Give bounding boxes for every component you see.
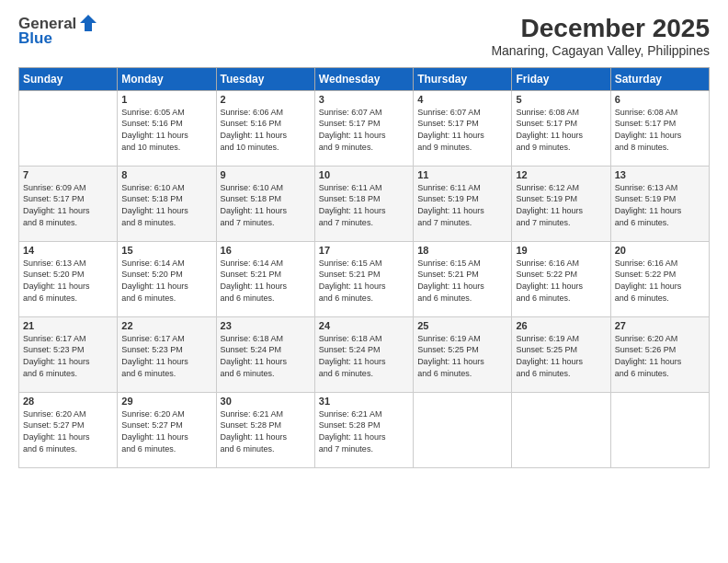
day-number: 10 <box>319 169 409 180</box>
header: General Blue December 2025 Manaring, Cag… <box>18 15 710 58</box>
calendar-cell: 13Sunrise: 6:13 AM Sunset: 5:19 PM Dayli… <box>610 166 709 241</box>
calendar-week-2: 14Sunrise: 6:13 AM Sunset: 5:20 PM Dayli… <box>19 241 710 316</box>
day-info: Sunrise: 6:08 AM Sunset: 5:17 PM Dayligh… <box>516 107 606 153</box>
logo-blue: Blue <box>18 29 52 48</box>
day-number: 11 <box>417 169 507 180</box>
calendar-cell: 7Sunrise: 6:09 AM Sunset: 5:17 PM Daylig… <box>19 166 118 241</box>
day-info: Sunrise: 6:16 AM Sunset: 5:22 PM Dayligh… <box>516 258 606 304</box>
day-info: Sunrise: 6:07 AM Sunset: 5:17 PM Dayligh… <box>417 107 507 153</box>
calendar-cell: 15Sunrise: 6:14 AM Sunset: 5:20 PM Dayli… <box>118 241 216 316</box>
day-number: 29 <box>121 396 211 407</box>
day-info: Sunrise: 6:12 AM Sunset: 5:19 PM Dayligh… <box>516 182 606 228</box>
calendar-cell: 14Sunrise: 6:13 AM Sunset: 5:20 PM Dayli… <box>19 241 118 316</box>
day-info: Sunrise: 6:15 AM Sunset: 5:21 PM Dayligh… <box>319 258 409 304</box>
day-number: 14 <box>23 245 113 256</box>
day-number: 27 <box>615 320 705 331</box>
day-info: Sunrise: 6:21 AM Sunset: 5:28 PM Dayligh… <box>319 408 409 454</box>
calendar-cell: 29Sunrise: 6:20 AM Sunset: 5:27 PM Dayli… <box>118 392 216 467</box>
day-number: 22 <box>121 320 211 331</box>
calendar-cell: 22Sunrise: 6:17 AM Sunset: 5:23 PM Dayli… <box>118 316 216 392</box>
th-sunday: Sunday <box>19 67 118 90</box>
calendar-cell: 16Sunrise: 6:14 AM Sunset: 5:21 PM Dayli… <box>216 241 314 316</box>
calendar-cell: 11Sunrise: 6:11 AM Sunset: 5:19 PM Dayli… <box>414 166 512 241</box>
th-saturday: Saturday <box>610 67 709 90</box>
day-info: Sunrise: 6:18 AM Sunset: 5:24 PM Dayligh… <box>319 333 409 379</box>
day-info: Sunrise: 6:19 AM Sunset: 5:25 PM Dayligh… <box>417 333 507 379</box>
th-monday: Monday <box>118 67 216 90</box>
day-number: 23 <box>221 320 311 331</box>
day-number: 6 <box>615 94 705 105</box>
calendar-cell: 21Sunrise: 6:17 AM Sunset: 5:23 PM Dayli… <box>19 316 118 392</box>
day-number: 19 <box>516 245 606 256</box>
calendar-cell: 20Sunrise: 6:16 AM Sunset: 5:22 PM Dayli… <box>610 241 709 316</box>
calendar-cell: 19Sunrise: 6:16 AM Sunset: 5:22 PM Dayli… <box>512 241 610 316</box>
calendar-cell <box>610 392 709 467</box>
calendar-cell: 18Sunrise: 6:15 AM Sunset: 5:21 PM Dayli… <box>414 241 512 316</box>
day-info: Sunrise: 6:14 AM Sunset: 5:20 PM Dayligh… <box>121 258 211 304</box>
day-info: Sunrise: 6:15 AM Sunset: 5:21 PM Dayligh… <box>417 258 507 304</box>
day-number: 24 <box>319 320 409 331</box>
calendar-cell: 9Sunrise: 6:10 AM Sunset: 5:18 PM Daylig… <box>216 166 314 241</box>
day-number: 9 <box>221 169 311 180</box>
title-block: December 2025 Manaring, Cagayan Valley, … <box>491 15 710 58</box>
calendar-cell: 2Sunrise: 6:06 AM Sunset: 5:16 PM Daylig… <box>216 90 314 166</box>
calendar-week-3: 21Sunrise: 6:17 AM Sunset: 5:23 PM Dayli… <box>19 316 710 392</box>
calendar-cell: 30Sunrise: 6:21 AM Sunset: 5:28 PM Dayli… <box>216 392 314 467</box>
day-info: Sunrise: 6:17 AM Sunset: 5:23 PM Dayligh… <box>23 333 113 379</box>
day-info: Sunrise: 6:13 AM Sunset: 5:20 PM Dayligh… <box>23 258 113 304</box>
calendar-cell <box>414 392 512 467</box>
calendar-cell <box>512 392 610 467</box>
calendar-cell: 6Sunrise: 6:08 AM Sunset: 5:17 PM Daylig… <box>610 90 709 166</box>
day-info: Sunrise: 6:10 AM Sunset: 5:18 PM Dayligh… <box>121 182 211 228</box>
logo: General Blue <box>18 15 98 48</box>
calendar-cell: 12Sunrise: 6:12 AM Sunset: 5:19 PM Dayli… <box>512 166 610 241</box>
day-number: 20 <box>615 245 705 256</box>
calendar-cell: 28Sunrise: 6:20 AM Sunset: 5:27 PM Dayli… <box>19 392 118 467</box>
calendar-cell: 31Sunrise: 6:21 AM Sunset: 5:28 PM Dayli… <box>314 392 413 467</box>
day-number: 2 <box>221 94 311 105</box>
calendar-cell: 25Sunrise: 6:19 AM Sunset: 5:25 PM Dayli… <box>414 316 512 392</box>
th-tuesday: Tuesday <box>216 67 314 90</box>
day-info: Sunrise: 6:21 AM Sunset: 5:28 PM Dayligh… <box>221 408 311 454</box>
day-number: 21 <box>23 320 113 331</box>
day-number: 30 <box>221 396 311 407</box>
calendar-cell: 10Sunrise: 6:11 AM Sunset: 5:18 PM Dayli… <box>314 166 413 241</box>
day-info: Sunrise: 6:06 AM Sunset: 5:16 PM Dayligh… <box>221 107 311 153</box>
calendar-cell: 24Sunrise: 6:18 AM Sunset: 5:24 PM Dayli… <box>314 316 413 392</box>
calendar-cell: 4Sunrise: 6:07 AM Sunset: 5:17 PM Daylig… <box>414 90 512 166</box>
day-number: 13 <box>615 169 705 180</box>
day-number: 18 <box>417 245 507 256</box>
day-number: 25 <box>417 320 507 331</box>
day-info: Sunrise: 6:20 AM Sunset: 5:27 PM Dayligh… <box>23 408 113 454</box>
day-info: Sunrise: 6:08 AM Sunset: 5:17 PM Dayligh… <box>615 107 705 153</box>
svg-marker-0 <box>80 15 97 31</box>
th-friday: Friday <box>512 67 610 90</box>
day-number: 26 <box>516 320 606 331</box>
calendar-cell <box>19 90 118 166</box>
calendar-cell: 26Sunrise: 6:19 AM Sunset: 5:25 PM Dayli… <box>512 316 610 392</box>
day-number: 1 <box>121 94 211 105</box>
day-number: 17 <box>319 245 409 256</box>
day-number: 16 <box>221 245 311 256</box>
day-info: Sunrise: 6:17 AM Sunset: 5:23 PM Dayligh… <box>121 333 211 379</box>
day-info: Sunrise: 6:20 AM Sunset: 5:27 PM Dayligh… <box>121 408 211 454</box>
th-thursday: Thursday <box>414 67 512 90</box>
location-title: Manaring, Cagayan Valley, Philippines <box>491 43 710 58</box>
th-wednesday: Wednesday <box>314 67 413 90</box>
calendar-cell: 5Sunrise: 6:08 AM Sunset: 5:17 PM Daylig… <box>512 90 610 166</box>
page: General Blue December 2025 Manaring, Cag… <box>0 0 728 563</box>
logo-icon <box>78 13 98 33</box>
calendar-cell: 17Sunrise: 6:15 AM Sunset: 5:21 PM Dayli… <box>314 241 413 316</box>
day-info: Sunrise: 6:07 AM Sunset: 5:17 PM Dayligh… <box>319 107 409 153</box>
header-row: Sunday Monday Tuesday Wednesday Thursday… <box>19 67 710 90</box>
day-info: Sunrise: 6:10 AM Sunset: 5:18 PM Dayligh… <box>221 182 311 228</box>
calendar-cell: 8Sunrise: 6:10 AM Sunset: 5:18 PM Daylig… <box>118 166 216 241</box>
day-info: Sunrise: 6:14 AM Sunset: 5:21 PM Dayligh… <box>221 258 311 304</box>
day-info: Sunrise: 6:13 AM Sunset: 5:19 PM Dayligh… <box>615 182 705 228</box>
calendar-week-0: 1Sunrise: 6:05 AM Sunset: 5:16 PM Daylig… <box>19 90 710 166</box>
calendar-cell: 27Sunrise: 6:20 AM Sunset: 5:26 PM Dayli… <box>610 316 709 392</box>
calendar-cell: 1Sunrise: 6:05 AM Sunset: 5:16 PM Daylig… <box>118 90 216 166</box>
day-number: 15 <box>121 245 211 256</box>
calendar-cell: 3Sunrise: 6:07 AM Sunset: 5:17 PM Daylig… <box>314 90 413 166</box>
calendar-table: Sunday Monday Tuesday Wednesday Thursday… <box>18 67 710 468</box>
